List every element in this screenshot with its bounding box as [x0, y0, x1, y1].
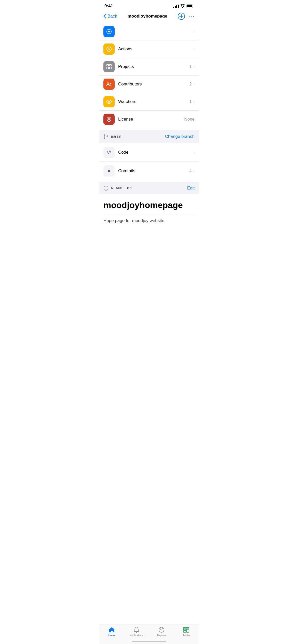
back-button[interactable]: Back	[103, 14, 117, 19]
repo-description: Hope page for moodjoy website	[103, 218, 195, 224]
svg-point-19	[106, 187, 106, 187]
signal-icon	[173, 5, 179, 8]
license-label: License	[118, 117, 133, 122]
list-item-commits[interactable]: Commits 4 ›	[99, 162, 199, 180]
wifi-icon	[180, 4, 185, 8]
projects-icon	[103, 61, 115, 72]
svg-point-10	[107, 83, 109, 84]
contributors-label: Contributors	[118, 82, 142, 87]
branch-section: main Change branch	[99, 130, 199, 143]
svg-point-16	[107, 136, 108, 137]
readme-edit-button[interactable]: Edit	[187, 186, 195, 191]
branch-icon	[103, 134, 109, 139]
contributors-count: 2	[189, 82, 192, 87]
battery-icon	[186, 4, 194, 8]
actions-label: Actions	[118, 47, 132, 52]
svg-rect-7	[110, 64, 111, 66]
watchers-label: Watchers	[118, 99, 136, 104]
repo-content: moodjoyhomepage Hope page for moodjoy we…	[99, 194, 199, 228]
svg-point-3	[108, 31, 110, 32]
more-button[interactable]: ···	[188, 13, 195, 20]
branch-name: main	[111, 134, 121, 139]
svg-point-12	[108, 119, 109, 120]
svg-point-13	[109, 119, 110, 120]
svg-rect-6	[107, 64, 109, 66]
code-icon	[106, 150, 112, 155]
commits-count: 4	[189, 168, 192, 173]
top-item[interactable]: ›	[99, 23, 199, 40]
page-title: moodjoyhomepage	[128, 14, 167, 19]
watchers-icon	[103, 96, 115, 107]
code-icon-wrap	[103, 147, 115, 158]
svg-point-11	[108, 101, 110, 103]
readme-section: README.md Edit	[99, 182, 199, 194]
svg-rect-8	[107, 67, 109, 69]
commits-chevron: ›	[193, 169, 195, 173]
projects-label: Projects	[118, 64, 134, 69]
top-icon	[103, 26, 115, 37]
watchers-count: 1	[189, 99, 192, 104]
list-item-license[interactable]: License None	[99, 111, 199, 128]
actions-icon	[103, 43, 115, 55]
status-time: 9:41	[104, 4, 113, 9]
plus-icon	[179, 14, 183, 18]
svg-rect-1	[187, 5, 192, 7]
license-value: None	[184, 117, 195, 122]
license-icon	[103, 114, 115, 125]
list-item-watchers[interactable]: Watchers 1 ›	[99, 93, 199, 111]
actions-chevron: ›	[193, 47, 195, 51]
code-label: Code	[118, 150, 193, 155]
change-branch-button[interactable]: Change branch	[165, 134, 195, 139]
list-item-actions[interactable]: Actions ›	[99, 40, 199, 58]
status-icons	[173, 4, 194, 8]
nav-actions: ···	[178, 13, 195, 20]
chevron-left-icon	[103, 14, 106, 19]
add-button[interactable]	[178, 13, 185, 20]
list-item-code[interactable]: Code ›	[99, 143, 199, 162]
info-icon	[103, 186, 109, 191]
files-section: Code › Commits 4 ›	[99, 143, 199, 180]
nav-bar: Back moodjoyhomepage ···	[99, 11, 199, 23]
repo-title: moodjoyhomepage	[103, 200, 195, 210]
projects-count: 1	[189, 64, 192, 69]
code-chevron: ›	[193, 150, 195, 155]
commits-icon	[106, 168, 112, 174]
projects-chevron: ›	[193, 64, 195, 69]
issue-icon	[106, 29, 112, 34]
list-item-contributors[interactable]: Contributors 2 ›	[99, 76, 199, 93]
svg-rect-9	[110, 67, 111, 69]
status-bar: 9:41	[99, 0, 199, 11]
contributors-chevron: ›	[193, 82, 195, 86]
commits-label: Commits	[118, 168, 189, 173]
list-item-projects[interactable]: Projects 1 ›	[99, 58, 199, 76]
repo-divider	[103, 214, 195, 214]
commits-icon-wrap	[103, 165, 115, 177]
svg-marker-5	[109, 48, 110, 50]
contributors-icon	[103, 79, 115, 90]
readme-filename: README.md	[111, 186, 132, 191]
chevron-icon: ›	[193, 29, 195, 34]
watchers-chevron: ›	[193, 99, 195, 104]
